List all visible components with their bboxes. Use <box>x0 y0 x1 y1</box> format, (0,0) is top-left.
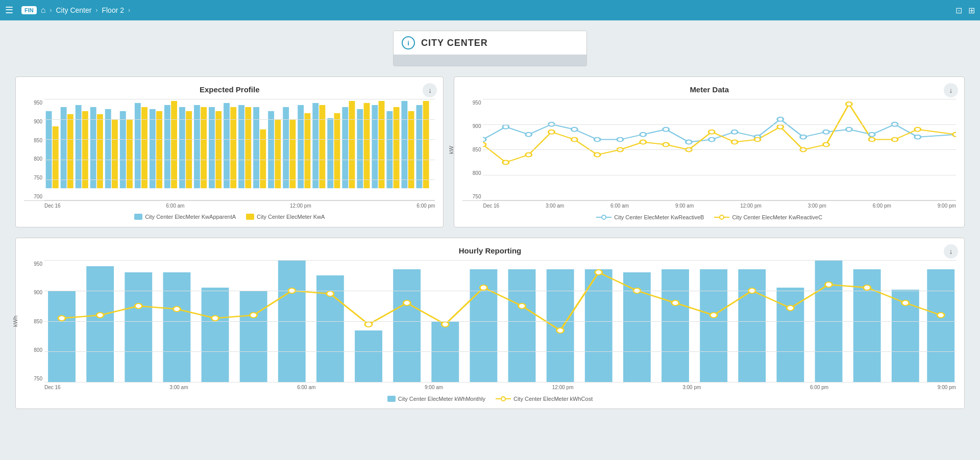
svg-point-62 <box>709 138 715 142</box>
legend-line-yellow <box>714 214 729 221</box>
breadcrumb-city-center[interactable]: City Center <box>56 6 91 14</box>
svg-point-87 <box>800 148 806 152</box>
svg-point-70 <box>892 122 898 126</box>
svg-rect-1 <box>53 126 59 188</box>
legend-item-3: City Center ElecMeter KwReactiveB <box>596 214 704 221</box>
svg-point-82 <box>686 148 692 152</box>
svg-point-128 <box>288 288 296 293</box>
svg-point-135 <box>557 328 564 333</box>
svg-point-125 <box>173 306 180 312</box>
legend-line-yellow-3 <box>496 395 511 402</box>
legend-label-2: City Center ElecMeter KwA <box>257 214 325 220</box>
legend-item-5: City Center ElecMeter kWhMonthly <box>387 396 485 402</box>
svg-point-76 <box>549 130 555 134</box>
chart3-svg <box>44 260 956 382</box>
svg-point-92 <box>915 127 921 132</box>
svg-rect-24 <box>224 103 230 188</box>
chart2-y-axis: 950900850800750 <box>462 99 483 200</box>
svg-point-130 <box>365 322 372 327</box>
svg-rect-33 <box>289 119 296 188</box>
legend-line-blue <box>596 214 611 221</box>
svg-point-129 <box>327 291 334 296</box>
menu-icon[interactable]: ☰ <box>5 5 13 16</box>
chart1-download-button[interactable]: ↓ <box>423 83 437 97</box>
chart2-y-label: kW <box>448 146 454 154</box>
svg-point-52 <box>483 138 486 142</box>
legend-item-6: City Center ElecMeter kWhCost <box>496 395 593 402</box>
svg-rect-121 <box>927 269 954 382</box>
svg-point-83 <box>709 130 715 134</box>
svg-point-127 <box>250 313 257 318</box>
svg-rect-2 <box>61 107 67 188</box>
svg-point-137 <box>633 288 641 293</box>
svg-point-123 <box>96 313 104 318</box>
svg-rect-110 <box>508 269 536 382</box>
svg-point-55 <box>549 122 555 126</box>
svg-rect-98 <box>48 291 76 382</box>
svg-point-89 <box>846 102 852 106</box>
svg-rect-44 <box>372 105 378 188</box>
chart2-legend: City Center ElecMeter KwReactiveB City C… <box>462 214 956 221</box>
svg-point-132 <box>442 322 449 327</box>
svg-point-57 <box>595 138 601 142</box>
svg-rect-50 <box>416 105 423 188</box>
chart2-area: kW 950900850800750 <box>462 99 956 201</box>
chart1-legend: City Center ElecMeter KwApparentA City C… <box>24 214 435 220</box>
svg-rect-18 <box>179 107 185 188</box>
legend-item-4: City Center ElecMeter KwReactiveC <box>714 214 822 221</box>
grid-view-icon[interactable]: ⊞ <box>968 6 975 15</box>
svg-rect-114 <box>662 269 689 382</box>
svg-point-61 <box>686 140 692 144</box>
legend-label-4: City Center ElecMeter KwReactiveC <box>732 214 822 220</box>
svg-point-139 <box>710 313 717 318</box>
svg-rect-41 <box>349 101 355 188</box>
breadcrumb-chevron-3: › <box>128 7 130 14</box>
svg-rect-108 <box>431 321 459 382</box>
legend-item-1: City Center ElecMeter KwApparentA <box>134 214 236 220</box>
svg-rect-34 <box>298 105 304 188</box>
svg-rect-36 <box>312 103 318 188</box>
svg-point-74 <box>503 160 509 164</box>
svg-rect-28 <box>253 107 259 188</box>
svg-rect-31 <box>275 119 281 188</box>
chart2-download-button[interactable]: ↓ <box>944 83 958 97</box>
svg-rect-14 <box>150 109 156 188</box>
svg-rect-29 <box>260 130 266 188</box>
svg-point-71 <box>915 135 921 139</box>
legend-label-1: City Center ElecMeter KwApparentA <box>145 214 236 220</box>
svg-rect-40 <box>342 107 348 188</box>
legend-item-2: City Center ElecMeter KwA <box>246 214 325 220</box>
svg-rect-20 <box>194 105 200 188</box>
svg-rect-6 <box>90 107 96 188</box>
svg-point-131 <box>403 300 410 305</box>
svg-point-140 <box>748 288 755 293</box>
svg-rect-49 <box>408 111 414 188</box>
svg-point-142 <box>825 282 832 287</box>
svg-point-65 <box>777 117 783 121</box>
restore-icon[interactable]: ⊡ <box>955 6 962 15</box>
svg-rect-19 <box>186 111 192 188</box>
svg-point-81 <box>663 143 669 147</box>
legend-color-blue-3 <box>387 396 396 402</box>
svg-rect-32 <box>283 107 289 188</box>
svg-point-58 <box>617 138 623 142</box>
svg-rect-47 <box>394 107 400 188</box>
svg-point-145 <box>937 313 944 318</box>
chart1-y-axis: 950900850800750700 <box>24 99 44 200</box>
svg-rect-13 <box>141 107 148 188</box>
svg-rect-12 <box>135 103 141 188</box>
svg-rect-7 <box>97 114 103 188</box>
breadcrumb-chevron-2: › <box>95 7 97 14</box>
breadcrumb-floor2[interactable]: Floor 2 <box>102 6 124 14</box>
hourly-reporting-card: Hourly Reporting ↓ kWh 950 900 850 800 7… <box>15 238 965 409</box>
page-title: CITY CENTER <box>421 38 488 48</box>
svg-rect-103 <box>240 291 267 382</box>
svg-rect-39 <box>334 113 340 188</box>
chart3-y-label: kWh <box>12 316 18 327</box>
chart3-inner <box>44 260 956 382</box>
svg-point-144 <box>902 300 909 305</box>
home-icon[interactable]: ⌂ <box>41 6 46 15</box>
chart1-area: 950900850800750700 <box>24 99 435 201</box>
chart3-download-button[interactable]: ↓ <box>944 244 958 259</box>
svg-rect-22 <box>209 107 215 188</box>
